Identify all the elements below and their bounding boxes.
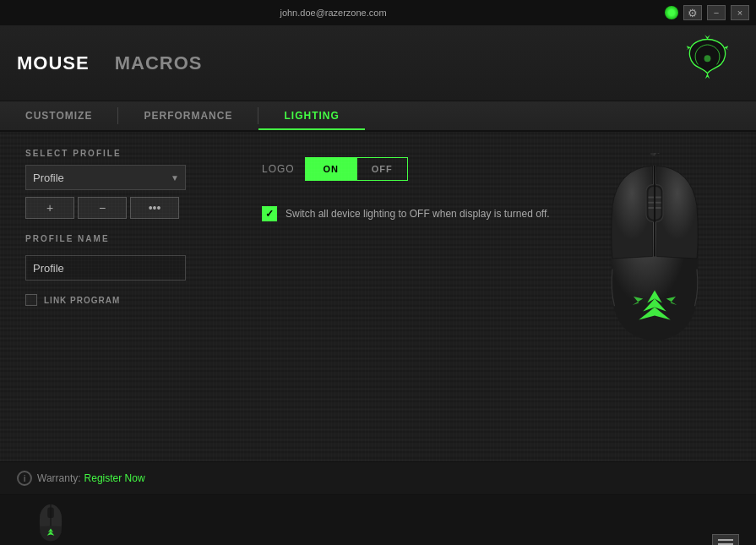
minimize-button[interactable]: − bbox=[707, 5, 726, 20]
sub-navigation: CUSTOMIZE PERFORMANCE LIGHTING bbox=[0, 101, 756, 132]
footer: Razer Abyssus 2014 bbox=[0, 495, 756, 545]
mouse-illustration bbox=[587, 153, 722, 364]
subnav-customize[interactable]: CUSTOMIZE bbox=[0, 101, 117, 130]
add-profile-button[interactable]: + bbox=[25, 197, 74, 219]
profile-dropdown[interactable]: Profile bbox=[25, 165, 186, 190]
more-options-button[interactable]: ••• bbox=[130, 197, 179, 219]
logo-label: LOGO bbox=[262, 163, 295, 175]
profile-select-wrapper: Profile ▼ bbox=[25, 165, 186, 190]
lighting-switch-checkbox[interactable]: ✓ bbox=[262, 206, 277, 221]
user-email: john.doe@razerzone.com bbox=[280, 8, 386, 18]
footer-device[interactable]: Razer Abyssus 2014 bbox=[17, 501, 84, 545]
link-program-label: LINK PROGRAM bbox=[44, 296, 120, 305]
gear-button[interactable]: ⚙ bbox=[683, 5, 702, 20]
close-button[interactable]: × bbox=[731, 5, 749, 20]
info-icon: i bbox=[17, 471, 32, 486]
warranty-label: Warranty: bbox=[37, 472, 81, 484]
status-dot bbox=[665, 6, 678, 19]
main-content: SELECT PROFILE Profile ▼ + − ••• PROFILE… bbox=[0, 132, 756, 461]
subnav-lighting[interactable]: LIGHTING bbox=[258, 101, 364, 130]
delete-profile-button[interactable]: − bbox=[78, 197, 127, 219]
profile-name-input[interactable] bbox=[25, 255, 186, 281]
menu-line-1 bbox=[718, 539, 733, 541]
logo-on-button[interactable]: ON bbox=[306, 158, 356, 180]
footer-menu-button[interactable] bbox=[712, 534, 739, 545]
profile-name-label: PROFILE NAME bbox=[25, 234, 228, 243]
link-program-section: LINK PROGRAM bbox=[25, 294, 228, 306]
checkmark-icon: ✓ bbox=[265, 208, 274, 220]
main-tabs: MOUSE MACROS bbox=[17, 52, 202, 74]
logo-off-button[interactable]: OFF bbox=[356, 158, 407, 180]
mouse-image-area bbox=[579, 149, 731, 368]
status-bar: i Warranty: Register Now bbox=[0, 461, 756, 495]
profile-name-section: PROFILE NAME bbox=[25, 234, 228, 281]
tab-mouse[interactable]: MOUSE bbox=[17, 52, 90, 74]
profile-actions: + − ••• bbox=[25, 197, 228, 219]
select-profile-label: SELECT PROFILE bbox=[25, 149, 228, 158]
register-link[interactable]: Register Now bbox=[84, 472, 145, 484]
left-panel: SELECT PROFILE Profile ▼ + − ••• PROFILE… bbox=[25, 149, 228, 444]
logo-toggle-group: ON OFF bbox=[305, 157, 408, 181]
tab-macros[interactable]: MACROS bbox=[115, 52, 203, 74]
app-header: MOUSE MACROS bbox=[0, 25, 756, 101]
link-program-checkbox[interactable] bbox=[25, 294, 37, 306]
title-bar: john.doe@razerzone.com ⚙ − × bbox=[0, 0, 756, 25]
subnav-performance[interactable]: PERFORMANCE bbox=[118, 101, 258, 130]
lighting-switch-text: Switch all device lighting to OFF when d… bbox=[286, 208, 550, 220]
svg-point-0 bbox=[704, 55, 711, 62]
razer-logo bbox=[680, 34, 739, 93]
footer-mouse-icon bbox=[30, 501, 72, 543]
